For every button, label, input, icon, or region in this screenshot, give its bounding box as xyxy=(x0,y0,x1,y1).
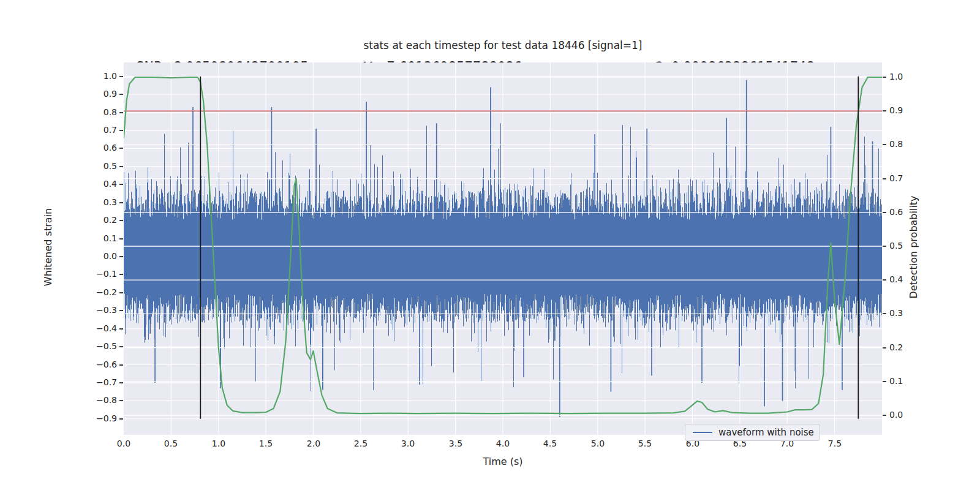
y-left-tick-label: −0.1 xyxy=(86,269,117,279)
y-left-tick-label: 0.6 xyxy=(86,143,117,153)
y-left-tick-mark xyxy=(119,238,123,239)
y-left-tick-mark xyxy=(119,130,123,131)
y-left-tick-mark xyxy=(119,382,123,383)
y-left-tick-label: −0.4 xyxy=(86,323,117,334)
x-tick-label: 3.5 xyxy=(440,439,471,449)
x-tick-label: 0.0 xyxy=(108,439,139,449)
x-axis-label: Time (s) xyxy=(124,456,882,467)
y-right-tick-label: 0.2 xyxy=(889,342,920,353)
x-tick-label: 2.0 xyxy=(298,439,329,449)
y-right-tick-label: 0.7 xyxy=(889,173,920,184)
y-left-tick-mark xyxy=(119,166,123,167)
y-left-tick-mark xyxy=(119,364,123,366)
y-left-tick-mark xyxy=(119,292,123,293)
x-tick-label: 1.0 xyxy=(203,439,234,449)
y-right-tick-label: 0.3 xyxy=(889,308,920,318)
x-tick-label: 2.5 xyxy=(345,439,376,449)
y-left-tick-label: 0.9 xyxy=(86,89,117,99)
x-tick-label: 5.0 xyxy=(582,439,613,449)
y-left-tick-label: −0.8 xyxy=(86,395,117,405)
y-left-tick-label: −0.7 xyxy=(86,377,117,388)
y-right-tick-label: 0.4 xyxy=(889,274,920,285)
y-left-tick-mark xyxy=(119,112,123,113)
x-tick-label: 7.5 xyxy=(820,439,850,449)
y-left-tick-mark xyxy=(119,184,123,185)
y-right-tick-mark xyxy=(883,178,886,179)
y-right-tick-mark xyxy=(883,77,886,78)
chart-title: stats at each timestep for test data 184… xyxy=(124,39,882,51)
y-right-tick-mark xyxy=(883,279,886,281)
y-left-tick-label: 0.5 xyxy=(86,161,117,172)
y-left-tick-label: 1.0 xyxy=(86,71,117,81)
y-right-tick-label: 0.1 xyxy=(889,376,920,386)
x-tick-label: 1.5 xyxy=(251,439,281,449)
y-left-tick-mark xyxy=(119,274,123,275)
y-left-tick-label: 0.7 xyxy=(86,125,117,135)
y-left-tick-mark xyxy=(119,310,123,311)
legend: waveform with noise xyxy=(685,424,820,441)
y-left-tick-label: 0.8 xyxy=(86,107,117,118)
y-right-tick-label: 0.5 xyxy=(889,241,920,251)
y-right-tick-mark xyxy=(883,246,886,247)
x-tick-label: 4.0 xyxy=(488,439,518,449)
y-right-tick-mark xyxy=(883,144,886,145)
y-right-tick-mark xyxy=(883,381,886,382)
y-left-tick-label: −0.6 xyxy=(86,360,117,370)
y-right-tick-mark xyxy=(883,212,886,213)
y-right-tick-mark xyxy=(883,110,886,111)
y-left-tick-mark xyxy=(119,202,123,203)
y-axis-label-left: Whitened strain xyxy=(42,171,54,324)
y-left-tick-mark xyxy=(119,76,123,77)
x-tick-label: 5.5 xyxy=(630,439,660,449)
y-left-tick-mark xyxy=(119,400,123,401)
x-tick-label: 4.5 xyxy=(535,439,565,449)
y-right-tick-label: 0.8 xyxy=(889,139,920,149)
y-left-tick-label: −0.5 xyxy=(86,341,117,352)
y-left-tick-label: 0.3 xyxy=(86,197,117,208)
x-tick-label: 3.0 xyxy=(393,439,423,449)
y-left-tick-mark xyxy=(119,148,123,149)
chart-canvas xyxy=(124,62,882,435)
y-left-tick-mark xyxy=(119,346,123,347)
y-right-tick-label: 1.0 xyxy=(889,72,920,82)
y-left-tick-mark xyxy=(119,256,123,257)
plot-area xyxy=(124,62,882,435)
y-left-tick-mark xyxy=(119,94,123,95)
y-left-tick-label: −0.3 xyxy=(86,305,117,315)
y-left-tick-mark xyxy=(119,418,123,420)
y-right-tick-label: 0.6 xyxy=(889,207,920,217)
legend-line-sample xyxy=(693,432,712,433)
y-left-tick-label: 0.0 xyxy=(86,251,117,262)
y-left-tick-mark xyxy=(119,220,123,221)
y-left-tick-label: 0.2 xyxy=(86,215,117,225)
y-right-tick-label: 0.0 xyxy=(889,410,920,420)
y-right-tick-label: 0.9 xyxy=(889,105,920,116)
y-right-tick-mark xyxy=(883,313,886,314)
x-tick-label: 0.5 xyxy=(156,439,186,449)
y-right-tick-mark xyxy=(883,347,886,349)
y-left-tick-label: −0.9 xyxy=(86,413,117,424)
y-right-tick-mark xyxy=(883,415,886,416)
figure: stats at each timestep for test data 184… xyxy=(0,0,980,490)
y-left-tick-mark xyxy=(119,328,123,330)
y-left-tick-label: 0.1 xyxy=(86,233,117,244)
y-left-tick-label: 0.4 xyxy=(86,179,117,189)
legend-item-label: waveform with noise xyxy=(718,427,814,438)
y-left-tick-label: −0.2 xyxy=(86,287,117,298)
